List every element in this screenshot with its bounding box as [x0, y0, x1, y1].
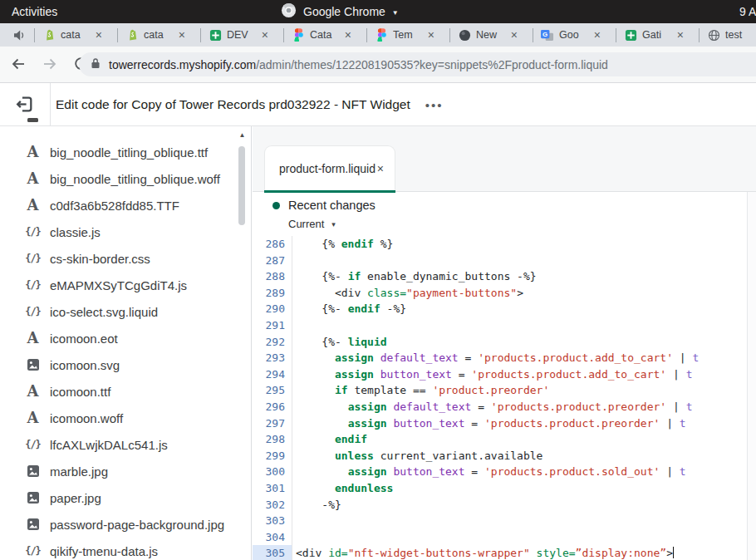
tab-close-icon[interactable]: × — [179, 29, 185, 41]
browser-tab-test[interactable]: test× — [700, 23, 756, 47]
code-line-297[interactable]: 297 assign button_text = 'products.produ… — [253, 415, 747, 432]
code-line-text — [292, 253, 296, 269]
tab-close-icon[interactable]: × — [262, 29, 268, 41]
file-name: qikify-tmenu-data.js — [50, 544, 158, 558]
file-item-c0df3a6b528fdd85.TTF[interactable]: Ac0df3a6b528fdd85.TTF — [0, 192, 234, 219]
speaker-icon[interactable] — [14, 30, 27, 41]
file-name: icomoon.svg — [50, 358, 120, 372]
file-item-paper.jpg[interactable]: paper.jpg — [0, 484, 234, 511]
code-line-296[interactable]: 296 assign default_text = 'products.prod… — [253, 399, 747, 415]
tab-title: New — [476, 29, 506, 41]
code-line-text: assign button_text = 'products.product.s… — [292, 464, 686, 480]
browser-tab-Gati[interactable]: Gati× — [616, 23, 691, 47]
code-text-area[interactable]: 286 {% endif %}287288 {%- if enable_dyna… — [253, 234, 747, 560]
code-line-289[interactable]: 289 <div class="payment-buttons"> — [253, 285, 747, 302]
file-sidebar: Abig_noodle_titling_oblique.ttfAbig_nood… — [0, 126, 252, 560]
code-line-295[interactable]: 295 if template == 'product.preorder' — [253, 382, 747, 399]
caret-down-icon: ▼ — [392, 9, 399, 17]
browser-tab-DEV[interactable]: DEV× — [201, 23, 276, 47]
file-item-big_noodle_titling_oblique.woff[interactable]: Abig_noodle_titling_oblique.woff — [0, 165, 234, 192]
file-item-classie.js[interactable]: {/}classie.js — [0, 219, 234, 245]
browser-tab-Cata[interactable]: Cata× — [284, 23, 359, 47]
font-file-icon: A — [25, 198, 41, 213]
address-bar[interactable]: towerrecords.myshopify.com/admin/themes/… — [79, 52, 756, 76]
file-item-qikify-tmenu-data.js[interactable]: {/}qikify-tmenu-data.js — [0, 538, 234, 560]
code-file-icon: {/} — [25, 226, 41, 238]
page-title: Edit code for Copy of Tower Records prd0… — [56, 97, 410, 112]
editor-tab-close-icon[interactable]: × — [377, 146, 384, 191]
activities-button[interactable]: Activities — [12, 0, 57, 23]
file-item-password-page-background.jpg[interactable]: password-page-background.jpg — [0, 511, 234, 538]
file-item-lfcAXLwjkDALc541.js[interactable]: {/}lfcAXLwjkDALc541.js — [0, 431, 234, 458]
code-line-291[interactable]: 291 — [253, 317, 747, 334]
unsaved-changes-dot-icon — [272, 202, 280, 209]
line-number: 300 — [253, 464, 292, 480]
file-item-icomoon.eot[interactable]: Aicomoon.eot — [0, 325, 234, 351]
sidebar-scrollbar[interactable]: ▲ — [237, 128, 248, 560]
browser-tab-cata[interactable]: cata× — [118, 23, 193, 47]
file-item-icomoon.svg[interactable]: icomoon.svg — [0, 351, 234, 378]
code-file-icon: {/} — [25, 545, 41, 557]
code-editor-panel: product-form.liquid × Recent changes Cur… — [253, 126, 756, 560]
tab-close-icon[interactable]: × — [677, 29, 684, 41]
os-top-bar: Activities Google Chrome ▼ 9 A — [0, 0, 756, 23]
browser-tab-New[interactable]: New× — [450, 23, 525, 47]
file-name: lfcAXLwjkDALc541.js — [50, 438, 168, 452]
figma-favicon-icon — [375, 28, 388, 42]
browser-tab-cata[interactable]: cata× — [35, 23, 110, 47]
code-line-294[interactable]: 294 assign button_text = 'products.produ… — [253, 366, 747, 383]
file-name: eMAPMXSyTCgGdiT4.js — [50, 278, 187, 292]
tab-close-icon[interactable]: × — [594, 29, 601, 41]
app-menu[interactable]: Google Chrome ▼ — [281, 0, 399, 23]
sheets-favicon-icon — [624, 29, 637, 42]
code-line-301[interactable]: 301 endunless — [253, 480, 747, 497]
file-item-ico-select.svg.liquid[interactable]: {/}ico-select.svg.liquid — [0, 298, 234, 325]
code-line-299[interactable]: 299 unless current_variant.available — [253, 448, 747, 464]
code-line-298[interactable]: 298 endif — [253, 431, 747, 448]
font-file-icon: A — [25, 384, 41, 399]
line-number: 288 — [253, 268, 292, 285]
browser-tab-Tem[interactable]: Tem× — [367, 23, 442, 47]
file-item-cs-skin-border.css[interactable]: {/}cs-skin-border.css — [0, 245, 234, 272]
code-line-300[interactable]: 300 assign button_text = 'products.produ… — [253, 464, 747, 480]
lock-icon[interactable] — [91, 57, 101, 72]
file-item-icomoon.ttf[interactable]: Aicomoon.ttf — [0, 378, 234, 405]
file-item-marble.jpg[interactable]: marble.jpg — [0, 458, 234, 484]
exit-code-editor-button[interactable] — [14, 94, 35, 115]
scroll-up-arrow-icon[interactable]: ▲ — [237, 132, 248, 139]
file-item-eMAPMXSyTCgGdiT4.js[interactable]: {/}eMAPMXSyTCgGdiT4.js — [0, 272, 234, 298]
shopify-code-editor-page: Edit code for Copy of Tower Records prd0… — [0, 83, 756, 560]
code-line-text — [292, 317, 296, 334]
code-line-304[interactable]: 304 — [253, 529, 747, 546]
code-line-287[interactable]: 287 — [253, 253, 747, 269]
code-line-290[interactable]: 290 {%- endif -%} — [253, 301, 747, 317]
file-item-icomoon.woff[interactable]: Aicomoon.woff — [0, 405, 234, 431]
recent-changes-bar: Recent changes Current ▾ — [253, 193, 756, 234]
code-line-288[interactable]: 288 {%- if enable_dynamic_buttons -%} — [253, 268, 747, 285]
line-number: 303 — [253, 513, 292, 529]
file-name: classie.js — [50, 225, 101, 239]
tab-close-icon[interactable]: × — [96, 29, 102, 41]
code-line-293[interactable]: 293 assign default_text = 'products.prod… — [253, 350, 747, 366]
scrollbar-thumb[interactable] — [238, 146, 245, 225]
code-file-icon: {/} — [25, 439, 41, 450]
code-line-302[interactable]: 302 -%} — [253, 497, 747, 513]
code-line-305[interactable]: 305<div id="nft-widget-buttons-wrapper" … — [253, 545, 747, 560]
editor-tab-product-form[interactable]: product-form.liquid × — [264, 145, 395, 192]
overflow-menu-button[interactable]: ••• — [425, 98, 444, 112]
tab-close-icon[interactable]: × — [345, 29, 351, 41]
file-item-big_noodle_titling_oblique.ttf[interactable]: Abig_noodle_titling_oblique.ttf — [0, 139, 234, 165]
browser-tab-Goo[interactable]: GGoo× — [533, 23, 608, 47]
tab-close-icon[interactable]: × — [511, 29, 518, 41]
code-line-292[interactable]: 292 {%- liquid — [253, 334, 747, 351]
version-dropdown[interactable]: Current ▾ — [288, 218, 336, 230]
editor-scrollbar[interactable] — [747, 192, 756, 560]
back-button[interactable] — [11, 56, 26, 71]
forward-button[interactable] — [42, 56, 57, 71]
editor-tab-label: product-form.liquid — [279, 146, 376, 191]
code-line-286[interactable]: 286 {% endif %} — [253, 236, 747, 253]
line-number: 295 — [253, 382, 292, 399]
code-line-text — [292, 513, 296, 529]
code-line-303[interactable]: 303 — [253, 513, 747, 529]
tab-close-icon[interactable]: × — [428, 29, 434, 41]
